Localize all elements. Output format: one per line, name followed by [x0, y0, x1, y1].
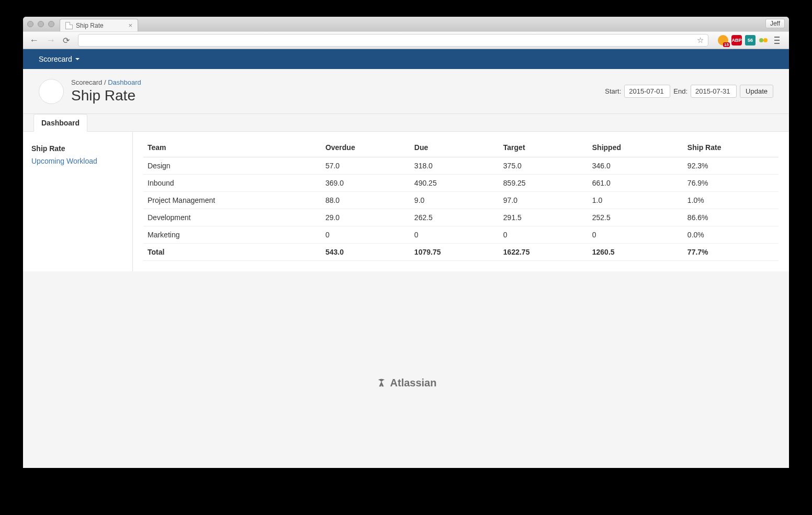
- cell: Project Management: [143, 192, 321, 209]
- svg-point-1: [763, 38, 768, 42]
- extension-green-icon[interactable]: [759, 37, 769, 43]
- breadcrumb-root: Scorecard: [71, 78, 102, 86]
- cell: 76.9%: [683, 175, 779, 192]
- browser-window: Ship Rate × Jeff ← → ⟳ ☆ 15 ABP 56 Score…: [23, 17, 789, 468]
- scorecard-menu[interactable]: Scorecard: [39, 55, 80, 63]
- cell: 346.0: [588, 157, 683, 175]
- update-button[interactable]: Update: [740, 85, 773, 98]
- cell: 0: [588, 226, 683, 244]
- cell: 92.3%: [683, 157, 779, 175]
- ship-rate-table: Team Overdue Due Target Shipped Ship Rat…: [143, 138, 779, 261]
- page-title: Ship Rate: [71, 87, 141, 104]
- cell: 29.0: [321, 209, 410, 226]
- date-controls: Start: End: Update: [605, 85, 773, 98]
- close-tab-icon[interactable]: ×: [128, 21, 132, 29]
- cell: 1.0%: [683, 192, 779, 209]
- cell: 375.0: [499, 157, 588, 175]
- col-target: Target: [499, 138, 588, 157]
- main: Team Overdue Due Target Shipped Ship Rat…: [133, 132, 789, 271]
- table-total-row: Total 543.0 1079.75 1622.75 1260.5 77.7%: [143, 244, 779, 261]
- cell: Marketing: [143, 226, 321, 244]
- traffic-lights: [27, 21, 54, 27]
- end-date-input[interactable]: [691, 85, 737, 98]
- cell: Design: [143, 157, 321, 175]
- user-badge[interactable]: Jeff: [765, 19, 785, 28]
- browser-tab[interactable]: Ship Rate ×: [60, 19, 138, 31]
- extension-orange-icon[interactable]: 15: [718, 35, 728, 45]
- tab-dashboard[interactable]: Dashboard: [33, 114, 87, 132]
- cell: 77.7%: [683, 244, 779, 261]
- col-ship-rate: Ship Rate: [683, 138, 779, 157]
- cell: 252.5: [588, 209, 683, 226]
- close-window-icon[interactable]: [27, 21, 33, 27]
- header-text: Scorecard / Dashboard Ship Rate: [71, 78, 141, 104]
- browser-tab-bar: Ship Rate × Jeff: [23, 17, 789, 31]
- col-due: Due: [410, 138, 499, 157]
- cell: Development: [143, 209, 321, 226]
- extension-orange-badge: 15: [723, 42, 730, 47]
- reload-button[interactable]: ⟳: [61, 36, 72, 45]
- sidebar-item-upcoming-workload[interactable]: Upcoming Workload: [31, 155, 124, 167]
- cell: 318.0: [410, 157, 499, 175]
- start-label: Start:: [605, 87, 621, 95]
- page-header: Scorecard / Dashboard Ship Rate Start: E…: [23, 69, 789, 114]
- page-icon: [65, 22, 73, 29]
- back-button[interactable]: ←: [27, 35, 41, 46]
- bookmark-star-icon[interactable]: ☆: [697, 36, 704, 45]
- breadcrumb: Scorecard / Dashboard: [71, 78, 141, 86]
- menu-icon[interactable]: [772, 37, 782, 44]
- scorecard-menu-label: Scorecard: [39, 55, 72, 63]
- cell: 0: [499, 226, 588, 244]
- url-bar[interactable]: ☆: [78, 34, 708, 47]
- extension-abp-icon[interactable]: ABP: [731, 35, 742, 45]
- cell: 1.0: [588, 192, 683, 209]
- browser-toolbar: ← → ⟳ ☆ 15 ABP 56: [23, 31, 789, 49]
- cell: 543.0: [321, 244, 410, 261]
- table-header-row: Team Overdue Due Target Shipped Ship Rat…: [143, 138, 779, 157]
- table-row: Marketing 0 0 0 0 0.0%: [143, 226, 779, 244]
- col-shipped: Shipped: [588, 138, 683, 157]
- sidebar: Ship Rate Upcoming Workload: [23, 132, 133, 271]
- cell: 661.0: [588, 175, 683, 192]
- cell: 88.0: [321, 192, 410, 209]
- cell: 1622.75: [499, 244, 588, 261]
- svg-point-0: [759, 38, 763, 42]
- sidebar-item-ship-rate[interactable]: Ship Rate: [31, 142, 124, 155]
- cell: 490.25: [410, 175, 499, 192]
- atlassian-logo: Atlassian: [376, 297, 437, 468]
- content: Ship Rate Upcoming Workload Team Overdue…: [23, 132, 789, 271]
- minimize-window-icon[interactable]: [38, 21, 44, 27]
- table-row: Inbound 369.0 490.25 859.25 661.0 76.9%: [143, 175, 779, 192]
- page-tabs: Dashboard: [23, 114, 789, 132]
- table-row: Design 57.0 318.0 375.0 346.0 92.3%: [143, 157, 779, 175]
- cell: 1079.75: [410, 244, 499, 261]
- cell: 86.6%: [683, 209, 779, 226]
- cell: 859.25: [499, 175, 588, 192]
- end-label: End:: [673, 87, 687, 95]
- col-overdue: Overdue: [321, 138, 410, 157]
- avatar: [39, 79, 64, 104]
- atlassian-icon: [376, 377, 387, 388]
- cell: Total: [143, 244, 321, 261]
- cell: 291.5: [499, 209, 588, 226]
- app-nav: Scorecard: [23, 49, 789, 69]
- extensions: 15 ABP 56: [715, 35, 785, 45]
- cell: 9.0: [410, 192, 499, 209]
- cell: 369.0: [321, 175, 410, 192]
- cell: 0: [410, 226, 499, 244]
- table-row: Development 29.0 262.5 291.5 252.5 86.6%: [143, 209, 779, 226]
- breadcrumb-dashboard-link[interactable]: Dashboard: [108, 78, 141, 86]
- atlassian-label: Atlassian: [390, 377, 437, 389]
- forward-button[interactable]: →: [44, 35, 58, 46]
- col-team: Team: [143, 138, 321, 157]
- cell: 97.0: [499, 192, 588, 209]
- footer: Atlassian: [23, 271, 789, 468]
- extension-teal-icon[interactable]: 56: [745, 35, 755, 45]
- start-date-input[interactable]: [624, 85, 670, 98]
- cell: Inbound: [143, 175, 321, 192]
- table-row: Project Management 88.0 9.0 97.0 1.0 1.0…: [143, 192, 779, 209]
- maximize-window-icon[interactable]: [48, 21, 54, 27]
- tab-title: Ship Rate: [76, 22, 104, 29]
- chevron-down-icon: [75, 58, 80, 60]
- cell: 1260.5: [588, 244, 683, 261]
